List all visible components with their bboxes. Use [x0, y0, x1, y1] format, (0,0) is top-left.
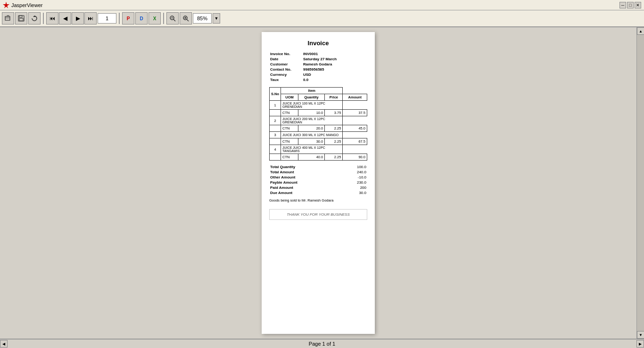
minimize-button[interactable]: ─ [619, 2, 626, 8]
next-page-button[interactable]: ▶ [72, 12, 84, 24]
contact-value: 9985956585 [302, 67, 367, 72]
customer-label: Customer [269, 62, 302, 67]
item-amount: 37.5 [343, 110, 367, 116]
item-uom-cell [270, 125, 281, 132]
item-description: JUICE JUICI 200 ML X 12PC GRENEDIAN [281, 116, 343, 125]
item-price: 3.75 [325, 110, 343, 116]
export-pdf-button[interactable]: P [122, 12, 134, 24]
scroll-up-arrow[interactable]: ▲ [637, 27, 644, 35]
item-uom: CTN [281, 138, 298, 145]
zoom-in-button[interactable] [180, 12, 192, 24]
date-value: Saturday 27 March [302, 57, 367, 62]
taux-label: Taux [269, 77, 302, 82]
item-uom: CTN [281, 154, 298, 161]
scroll-down-arrow[interactable]: ▼ [637, 331, 644, 339]
contact-label: Contact No. [269, 67, 302, 72]
item-description: JUICE JUICI 300 ML X 12PC MANGO [281, 132, 343, 138]
table-row-data: CTN 20.0 2.25 45.0 [270, 125, 367, 132]
maximize-button[interactable]: □ [627, 2, 634, 8]
item-amount: 45.0 [343, 125, 367, 132]
scroll-area[interactable]: Invoice Invoice No. INV0001 Date Saturda… [0, 27, 636, 339]
title-bar-controls: ─ □ ✕ [619, 2, 641, 8]
other-amount-value: -10.0 [340, 175, 367, 180]
invoice-title: Invoice [269, 40, 367, 47]
svg-line-6 [173, 19, 175, 21]
customer-value: Ramesh Godara [302, 62, 367, 67]
scrollbar-right: ▲ ▼ [636, 27, 644, 339]
toolbar: ⏮ ◀ ▶ ⏭ P D X 85% ▼ [0, 10, 644, 27]
other-amount-label: Other Amount [269, 175, 340, 180]
close-button[interactable]: ✕ [635, 2, 641, 8]
app-icon [3, 2, 9, 8]
due-amount-value: 30.0 [340, 190, 367, 195]
table-row: 2 JUICE JUICI 200 ML X 12PC GRENEDIAN [270, 116, 367, 125]
status-text: Page 1 of 1 [8, 341, 636, 347]
scroll-track-right[interactable] [637, 35, 644, 331]
totals-section: Total Quantity 100.0 Total Amount 240.0 … [269, 164, 367, 195]
last-page-button[interactable]: ⏭ [84, 12, 97, 24]
item-qty: 40.0 [298, 154, 324, 161]
svg-rect-0 [5, 16, 10, 20]
item-uom-cell [270, 154, 281, 161]
save-button[interactable] [15, 12, 27, 24]
title-bar-text: JasperViewer [11, 2, 619, 8]
item-description: JUICE JUICI 400 ML X 12PC TANGAWIS [281, 145, 343, 154]
th-price: Price [325, 94, 343, 101]
item-sno: 1 [270, 101, 281, 110]
export-xls-button[interactable]: X [149, 12, 161, 24]
item-uom-cell [270, 138, 281, 145]
item-uom-cell [270, 110, 281, 116]
table-row-data: CTN 10.0 3.75 37.5 [270, 110, 367, 116]
status-bar: ◀ Page 1 of 1 ▶ [0, 339, 644, 348]
taux-value: 0.0 [302, 77, 367, 82]
item-amount: 90.0 [343, 154, 367, 161]
first-page-button[interactable]: ⏮ [46, 12, 58, 24]
main-area: Invoice Invoice No. INV0001 Date Saturda… [0, 27, 644, 339]
item-price: 2.25 [325, 125, 343, 132]
item-amount: 67.5 [343, 138, 367, 145]
invoice-meta: Invoice No. INV0001 Date Saturday 27 Mar… [269, 51, 367, 82]
table-row: 4 JUICE JUICI 400 ML X 12PC TANGAWIS [270, 145, 367, 154]
currency-label: Currency [269, 72, 302, 77]
nav-group: ⏮ ◀ ▶ ⏭ [46, 12, 97, 24]
zoom-input[interactable]: 85% [193, 13, 212, 24]
date-label: Date [269, 57, 302, 62]
paid-amount-value: 200 [340, 185, 367, 190]
svg-line-9 [187, 19, 189, 21]
goods-note: Goods being sold to Mr. Ramesh Godara [269, 198, 367, 202]
zoom-out-button[interactable] [166, 12, 179, 24]
item-uom: CTN [281, 125, 298, 132]
currency-value: USD [302, 72, 367, 77]
export-doc-button[interactable]: D [135, 12, 148, 24]
due-amount-label: Due Amount [269, 190, 340, 195]
th-item: Item [281, 88, 343, 94]
zoom-dropdown[interactable]: ▼ [213, 13, 220, 24]
table-row: 3 JUICE JUICI 300 ML X 12PC MANGO [270, 132, 367, 138]
total-amount-value: 240.0 [340, 170, 367, 175]
open-button[interactable] [2, 12, 14, 24]
item-price: 2.25 [325, 138, 343, 145]
item-qty: 10.0 [298, 110, 324, 116]
th-sno: S.No [270, 88, 281, 101]
page-number-input[interactable] [98, 13, 116, 24]
th-quantity: Quantity [298, 94, 324, 101]
item-description: JUICE JUICI 100 ML X 12PC GRENEDIAN [281, 101, 343, 110]
scroll-right-arrow[interactable]: ▶ [636, 340, 644, 348]
payble-amount-value: 230.0 [340, 180, 367, 185]
table-row-data: CTN 30.0 2.25 67.5 [270, 138, 367, 145]
total-amount-label: Total Amount [269, 170, 340, 175]
prev-page-button[interactable]: ◀ [59, 12, 71, 24]
scroll-left-arrow[interactable]: ◀ [0, 340, 8, 348]
invoice-no-value: INV0001 [302, 51, 367, 57]
item-uom: CTN [281, 110, 298, 116]
title-bar: JasperViewer ─ □ ✕ [0, 0, 644, 10]
total-quantity-label: Total Quantity [269, 164, 340, 170]
table-row-data: CTN 40.0 2.25 90.0 [270, 154, 367, 161]
th-uom: UOM [281, 94, 298, 101]
separator-2 [119, 13, 120, 24]
invoice-no-label: Invoice No. [269, 51, 302, 57]
refresh-button[interactable] [28, 12, 41, 24]
item-sno: 3 [270, 132, 281, 138]
thank-you-box: THANK YOU FOR YOUR BUSINESS [269, 209, 367, 220]
payble-amount-label: Payble Amount [269, 180, 340, 185]
